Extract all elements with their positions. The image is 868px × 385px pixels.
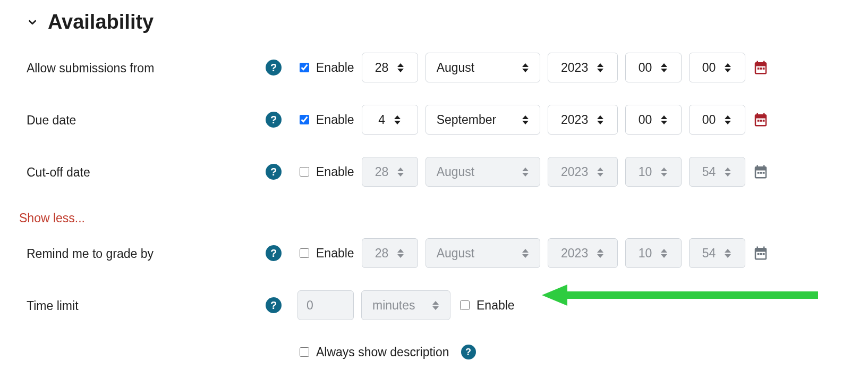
- help-icon[interactable]: ?: [266, 297, 282, 313]
- caret-icon: [432, 301, 439, 310]
- allow-from-month-value: August: [437, 61, 475, 75]
- allow-from-year-value: 2023: [561, 61, 588, 75]
- allow-from-enable-checkbox[interactable]: [300, 63, 309, 72]
- caret-icon: [660, 115, 668, 124]
- enable-label: Enable: [316, 165, 354, 179]
- caret-icon: [522, 168, 529, 177]
- cutoff-hour-value: 10: [639, 165, 652, 179]
- cutoff-day-value: 28: [375, 165, 389, 179]
- calendar-icon[interactable]: [753, 245, 769, 261]
- help-icon[interactable]: ?: [266, 245, 282, 261]
- caret-icon: [522, 249, 529, 258]
- time-limit-value: 0: [307, 298, 313, 313]
- caret-icon: [397, 168, 404, 177]
- time-limit-enable-checkbox[interactable]: [460, 300, 470, 310]
- calendar-icon[interactable]: [753, 164, 769, 180]
- allow-from-minute-value: 00: [702, 61, 716, 75]
- label-due-date: Due date: [27, 113, 76, 127]
- calendar-icon[interactable]: [753, 112, 769, 128]
- show-less-link[interactable]: Show less...: [19, 211, 85, 225]
- help-icon[interactable]: ?: [266, 60, 282, 76]
- remind-month-select[interactable]: August: [426, 238, 540, 268]
- due-date-day-select[interactable]: 4: [362, 105, 418, 135]
- caret-icon: [597, 115, 604, 124]
- due-date-day-value: 4: [378, 113, 385, 127]
- label-remind: Remind me to grade by: [27, 247, 154, 261]
- section-toggle-icon[interactable]: [27, 16, 38, 28]
- caret-icon: [397, 249, 404, 258]
- caret-icon: [724, 249, 731, 258]
- cutoff-year-value: 2023: [561, 165, 588, 179]
- due-date-year-select[interactable]: 2023: [548, 105, 618, 135]
- help-icon[interactable]: ?: [461, 345, 476, 359]
- caret-icon: [660, 249, 668, 258]
- remind-day-select[interactable]: 28: [362, 238, 418, 268]
- cutoff-minute-value: 54: [702, 165, 716, 179]
- due-date-minute-select[interactable]: 00: [689, 105, 745, 135]
- label-allow-from: Allow submissions from: [27, 61, 154, 75]
- always-show-description-checkbox[interactable]: [300, 347, 309, 357]
- due-date-hour-value: 00: [639, 113, 652, 127]
- caret-icon: [597, 249, 604, 258]
- cutoff-year-select[interactable]: 2023: [548, 157, 618, 187]
- due-date-month-select[interactable]: September: [426, 105, 540, 135]
- caret-icon: [597, 63, 604, 72]
- due-date-year-value: 2023: [561, 113, 588, 127]
- caret-icon: [597, 168, 604, 177]
- caret-icon: [660, 63, 668, 72]
- enable-label: Enable: [476, 298, 515, 313]
- remind-minute-select[interactable]: 54: [689, 238, 745, 268]
- caret-icon: [724, 168, 731, 177]
- caret-icon: [724, 115, 731, 124]
- allow-from-day-value: 28: [375, 61, 389, 75]
- remind-enable-checkbox[interactable]: [300, 248, 309, 258]
- due-date-enable-checkbox[interactable]: [300, 115, 309, 124]
- caret-icon: [397, 63, 404, 72]
- cutoff-month-value: August: [437, 165, 475, 179]
- allow-from-year-select[interactable]: 2023: [548, 53, 618, 82]
- caret-icon: [522, 63, 529, 72]
- remind-hour-value: 10: [639, 246, 652, 261]
- remind-month-value: August: [437, 246, 475, 261]
- help-icon[interactable]: ?: [266, 112, 282, 128]
- enable-label: Enable: [316, 246, 354, 261]
- help-icon[interactable]: ?: [266, 164, 282, 180]
- always-show-description-label: Always show description: [316, 345, 449, 359]
- caret-icon: [394, 115, 401, 124]
- enable-label: Enable: [316, 61, 354, 75]
- caret-icon: [724, 63, 731, 72]
- remind-day-value: 28: [375, 246, 389, 261]
- time-limit-value-input[interactable]: 0: [297, 290, 354, 320]
- remind-year-value: 2023: [561, 246, 588, 261]
- allow-from-day-select[interactable]: 28: [362, 53, 418, 82]
- calendar-icon[interactable]: [753, 60, 769, 76]
- time-limit-unit-value: minutes: [372, 298, 415, 313]
- cutoff-day-select[interactable]: 28: [362, 157, 418, 187]
- remind-year-select[interactable]: 2023: [548, 238, 618, 268]
- allow-from-hour-value: 00: [639, 61, 652, 75]
- caret-icon: [522, 115, 529, 124]
- cutoff-minute-select[interactable]: 54: [689, 157, 745, 187]
- due-date-month-value: September: [437, 113, 497, 127]
- remind-minute-value: 54: [702, 246, 716, 261]
- caret-icon: [660, 168, 668, 177]
- cutoff-hour-select[interactable]: 10: [625, 157, 682, 187]
- cutoff-month-select[interactable]: August: [426, 157, 540, 187]
- label-time-limit: Time limit: [27, 299, 79, 313]
- remind-hour-select[interactable]: 10: [625, 238, 682, 268]
- cutoff-enable-checkbox[interactable]: [300, 167, 309, 177]
- label-cutoff: Cut-off date: [27, 165, 90, 179]
- section-title: Availability: [48, 11, 154, 34]
- time-limit-unit-select[interactable]: minutes: [361, 290, 450, 320]
- enable-label: Enable: [316, 113, 354, 127]
- allow-from-hour-select[interactable]: 00: [625, 53, 682, 82]
- allow-from-month-select[interactable]: August: [426, 53, 540, 82]
- due-date-hour-select[interactable]: 00: [625, 105, 682, 135]
- due-date-minute-value: 00: [702, 113, 716, 127]
- allow-from-minute-select[interactable]: 00: [689, 53, 745, 82]
